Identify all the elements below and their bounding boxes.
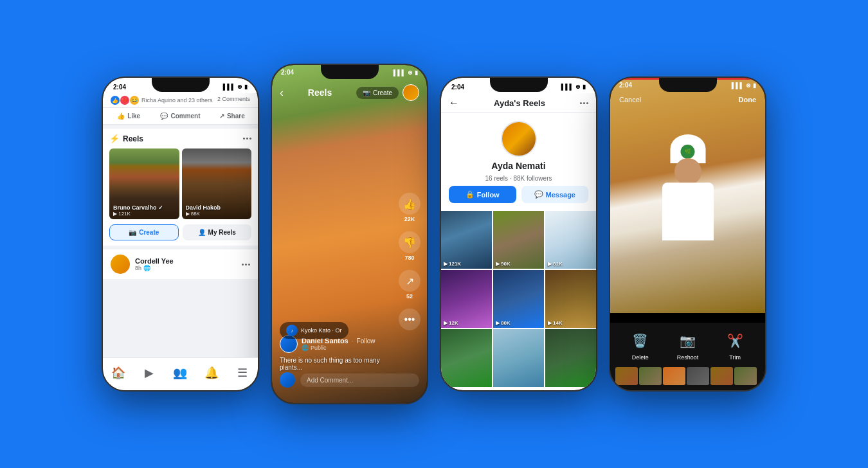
play-icon-3: ▶ [548, 261, 552, 267]
like-action[interactable]: 👍 Like [103, 109, 154, 123]
reel-2-views: ▶ 88K [186, 211, 221, 217]
reels-more-button[interactable] [243, 138, 251, 140]
timeline-thumb-1[interactable] [615, 367, 638, 385]
reel-thumb-1[interactable]: Bruno Carvalho ✓ ▶ 121K [109, 148, 179, 219]
reels-nav-title: Reels [308, 87, 332, 98]
comment-input[interactable]: Add Comment... [300, 374, 419, 387]
globe-icon: 🌐 [143, 265, 150, 271]
reels-section-header: ⚡ Reels [109, 134, 251, 143]
reel-1-views: ▶ 121K [113, 211, 163, 217]
thumbs-up-icon: 👍 [399, 193, 420, 215]
done-button[interactable]: Done [739, 96, 757, 104]
chef-head [674, 158, 701, 185]
reels-create-button[interactable]: 📷 Create [356, 87, 399, 99]
time-display-4: 2:04 [619, 82, 632, 89]
time-display: 2:04 [113, 84, 126, 91]
post-likes-row: 👍 ❤️ 😂 Richa Aquino and 23 others 2 Comm… [103, 93, 258, 107]
profile-reel-6[interactable]: ▶14K [545, 270, 596, 328]
reel-1-info: Bruno Carvalho ✓ ▶ 121K [113, 204, 163, 217]
signal-icon-4: ▌▌▌ [732, 82, 744, 89]
dislike-side-action[interactable]: 👎 780 [399, 231, 420, 261]
phone-2-screen: 2:04 ▌▌▌ ⊛ ▮ ‹ Reels 📷 Create [272, 65, 427, 403]
audio-pill[interactable]: ♪ Kyoko Kato · Or [280, 322, 348, 339]
my-reels-button[interactable]: 👤 My Reels [183, 224, 252, 240]
cancel-button[interactable]: Cancel [619, 96, 641, 104]
post-more-button[interactable] [242, 264, 250, 266]
reshoot-action[interactable]: 📷 Reshoot [676, 329, 699, 361]
nav-menu[interactable]: ☰ [231, 363, 254, 382]
phone-2-reels-feed: 2:04 ▌▌▌ ⊛ ▮ ‹ Reels 📷 Create [271, 64, 428, 404]
follow-button[interactable]: 🔒 Follow [449, 186, 516, 203]
video-timeline [610, 364, 765, 390]
reels-section-title: ⚡ Reels [109, 134, 143, 143]
profile-reel-7[interactable] [441, 329, 492, 387]
comment-action-icon: 💬 [160, 113, 168, 120]
post-card: Cordell Yee 8h 🌐 [103, 249, 258, 279]
wifi-icon-2: ⊛ [408, 69, 413, 76]
profile-reel-1[interactable]: ▶121K [441, 211, 492, 269]
delete-label: Delete [632, 354, 649, 361]
phones-container: 2:04 ▌▌▌ ⊛ ▮ 👍 ❤️ 😂 R [89, 51, 779, 417]
profile-page-title: Ayda's Reels [494, 98, 545, 108]
haha-icon: 😂 [130, 96, 139, 105]
share-action-label: Share [227, 113, 245, 120]
wifi-icon-3: ⊛ [575, 84, 581, 90]
delete-action[interactable]: 🗑️ Delete [629, 329, 652, 361]
reel-6-view-count: ▶14K [548, 320, 563, 326]
trim-action[interactable]: ✂️ Trim [723, 329, 746, 361]
message-button[interactable]: 💬 Message [521, 186, 589, 203]
share-action[interactable]: ↗ Share [206, 109, 258, 123]
dislike-count: 780 [404, 255, 414, 261]
comment-action[interactable]: 💬 Comment [154, 109, 206, 123]
profile-action-buttons: 🔒 Follow 💬 Message [449, 186, 588, 203]
profile-reel-3[interactable]: ▶81K [545, 211, 596, 269]
reel-4-view-count: ▶12K [444, 320, 458, 326]
timeline-thumb-2[interactable] [639, 367, 662, 385]
separator: · [352, 338, 354, 345]
profile-reel-8[interactable] [493, 329, 544, 387]
back-arrow-icon[interactable]: ← [449, 97, 459, 109]
play-icon-4: ▶ [444, 320, 448, 326]
create-reel-button[interactable]: 📷 Create [109, 224, 179, 240]
reels-icon: ⚡ [109, 134, 120, 143]
trim-label: Trim [729, 354, 741, 361]
post-author-name: Cordell Yee [135, 257, 237, 265]
phone-2-status-bar: 2:04 ▌▌▌ ⊛ ▮ [272, 65, 427, 77]
profile-reel-4[interactable]: ▶12K [441, 270, 492, 328]
wifi-icon: ⊛ [237, 84, 242, 90]
like-side-action[interactable]: 👍 22K [399, 193, 420, 222]
profile-more-button[interactable] [580, 102, 588, 104]
share-count: 52 [406, 293, 413, 300]
follow-button-inline[interactable]: Follow [357, 338, 375, 345]
reels-user-avatar[interactable] [402, 84, 419, 101]
timeline-thumb-6[interactable] [734, 367, 757, 385]
nav-reels[interactable]: ▶ [138, 363, 161, 382]
battery-icon-3: ▮ [583, 84, 586, 90]
music-icon: ♪ [286, 325, 298, 336]
reels-back-button[interactable]: ‹ [280, 86, 284, 100]
timeline-thumb-3[interactable] [663, 367, 685, 385]
profile-reel-2[interactable]: ▶90K [493, 211, 544, 269]
phone-3-screen: 2:04 ▌▌▌ ⊛ ▮ ← Ayda's Reels [441, 78, 596, 390]
phone-4-screen: 🌿 2:04 ▌▌▌ ⊛ ▮ [610, 78, 765, 390]
share-icon: ↗ [399, 270, 420, 292]
reels-actions: 📷 Create 👤 My Reels [109, 224, 251, 240]
nav-home[interactable]: 🏠 [107, 363, 130, 382]
like-icon: 👍 [111, 96, 120, 105]
reel-thumb-2[interactable]: David Hakob ▶ 88K [182, 148, 252, 219]
play-icon-1: ▶ [444, 261, 448, 267]
phone-2-content: 2:04 ▌▌▌ ⊛ ▮ ‹ Reels 📷 Create [272, 65, 427, 403]
share-side-action[interactable]: ↗ 52 [399, 270, 420, 300]
nav-notifications[interactable]: 🔔 [200, 363, 223, 382]
profile-reel-9[interactable] [545, 329, 596, 387]
comments-text: 2 Comments [217, 96, 250, 105]
like-action-label: Like [127, 113, 140, 120]
profile-reel-5[interactable]: ▶80K [493, 270, 544, 328]
timeline-thumb-5[interactable] [710, 367, 733, 385]
phone-1-screen: 2:04 ▌▌▌ ⊛ ▮ 👍 ❤️ 😂 R [103, 78, 258, 390]
nav-people[interactable]: 👥 [168, 363, 192, 382]
timeline-thumb-4[interactable] [687, 367, 709, 385]
more-side-action[interactable]: ••• [399, 309, 420, 330]
play-icon-2: ▶ [496, 261, 500, 267]
globe-icon-small: 🌐 [302, 345, 309, 351]
